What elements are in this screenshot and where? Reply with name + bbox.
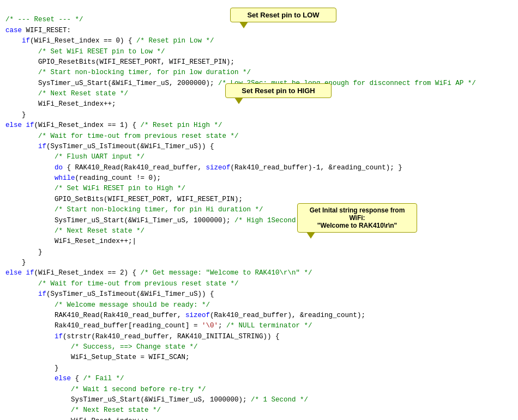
callout-init-string: Get Inital string response from WiFi: "W… <box>297 203 417 233</box>
callout-low-label: Set Reset pin to LOW <box>247 11 319 19</box>
callout-init-line2: "Welcome to RAK410\r\n" <box>303 222 411 229</box>
callout-reset-high: Set Reset pin to HIGH <box>225 83 332 98</box>
callout-reset-low: Set Reset pin to LOW <box>230 8 336 22</box>
callout-init-line1: Get Inital string response from WiFi: <box>303 206 411 222</box>
callout-high-label: Set Reset pin to HIGH <box>242 87 315 95</box>
code-editor: /* --- Reset --- */ case WIFI_RESET: if(… <box>0 0 518 420</box>
